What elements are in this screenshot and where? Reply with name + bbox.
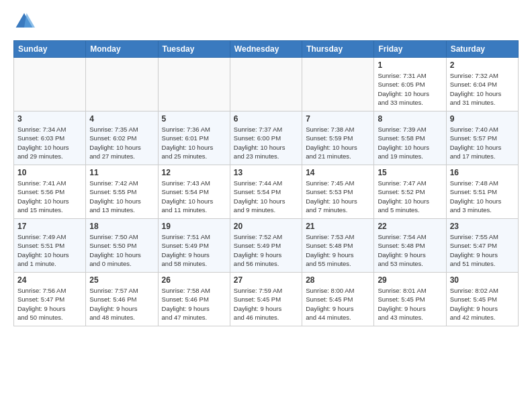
- calendar-cell: 8Sunrise: 7:39 AM Sunset: 5:58 PM Daylig…: [374, 111, 446, 165]
- calendar-cell: 21Sunrise: 7:53 AM Sunset: 5:48 PM Dayli…: [302, 219, 374, 273]
- calendar-header: SundayMondayTuesdayWednesdayThursdayFrid…: [14, 41, 519, 58]
- calendar-week-row: 17Sunrise: 7:49 AM Sunset: 5:51 PM Dayli…: [14, 219, 519, 273]
- calendar-cell: 4Sunrise: 7:35 AM Sunset: 6:02 PM Daylig…: [86, 111, 158, 165]
- day-number: 13: [234, 168, 298, 177]
- day-info: Sunrise: 7:31 AM Sunset: 6:05 PM Dayligh…: [378, 71, 442, 107]
- weekday-header: Sunday: [14, 41, 86, 58]
- day-info: Sunrise: 7:34 AM Sunset: 6:03 PM Dayligh…: [17, 125, 82, 161]
- calendar-cell: 17Sunrise: 7:49 AM Sunset: 5:51 PM Dayli…: [14, 219, 86, 273]
- day-number: 19: [162, 222, 226, 231]
- day-info: Sunrise: 7:52 AM Sunset: 5:49 PM Dayligh…: [234, 232, 298, 268]
- calendar-week-row: 1Sunrise: 7:31 AM Sunset: 6:05 PM Daylig…: [14, 58, 519, 111]
- day-info: Sunrise: 7:38 AM Sunset: 5:59 PM Dayligh…: [306, 125, 370, 161]
- day-number: 12: [162, 168, 226, 177]
- day-info: Sunrise: 7:54 AM Sunset: 5:48 PM Dayligh…: [378, 232, 442, 268]
- calendar-cell: 24Sunrise: 7:56 AM Sunset: 5:47 PM Dayli…: [14, 273, 86, 326]
- day-number: 6: [234, 114, 298, 124]
- calendar-cell: 11Sunrise: 7:42 AM Sunset: 5:55 PM Dayli…: [86, 165, 158, 219]
- day-info: Sunrise: 7:36 AM Sunset: 6:01 PM Dayligh…: [162, 125, 226, 161]
- page: SundayMondayTuesdayWednesdayThursdayFrid…: [0, 0, 532, 340]
- day-number: 16: [450, 168, 515, 177]
- header: [13, 11, 519, 32]
- day-info: Sunrise: 7:58 AM Sunset: 5:46 PM Dayligh…: [162, 286, 226, 322]
- day-number: 5: [162, 114, 226, 124]
- calendar-cell: [158, 58, 230, 111]
- day-number: 22: [378, 222, 442, 231]
- logo: [13, 11, 38, 32]
- calendar-cell: 16Sunrise: 7:48 AM Sunset: 5:51 PM Dayli…: [446, 165, 518, 219]
- calendar-cell: 2Sunrise: 7:32 AM Sunset: 6:04 PM Daylig…: [446, 58, 518, 111]
- calendar-cell: 18Sunrise: 7:50 AM Sunset: 5:50 PM Dayli…: [86, 219, 158, 273]
- day-number: 25: [89, 275, 154, 285]
- day-info: Sunrise: 7:43 AM Sunset: 5:54 PM Dayligh…: [162, 179, 226, 214]
- day-number: 24: [17, 275, 82, 285]
- weekday-header: Wednesday: [230, 41, 302, 58]
- day-number: 2: [450, 60, 515, 70]
- day-number: 8: [378, 114, 442, 124]
- calendar-cell: 6Sunrise: 7:37 AM Sunset: 6:00 PM Daylig…: [230, 111, 302, 165]
- calendar-week-row: 24Sunrise: 7:56 AM Sunset: 5:47 PM Dayli…: [14, 273, 519, 326]
- day-number: 3: [17, 114, 82, 124]
- calendar-cell: 20Sunrise: 7:52 AM Sunset: 5:49 PM Dayli…: [230, 219, 302, 273]
- day-info: Sunrise: 7:40 AM Sunset: 5:57 PM Dayligh…: [450, 125, 515, 161]
- day-info: Sunrise: 7:55 AM Sunset: 5:47 PM Dayligh…: [450, 232, 515, 268]
- weekday-header: Thursday: [302, 41, 374, 58]
- day-info: Sunrise: 7:50 AM Sunset: 5:50 PM Dayligh…: [89, 232, 154, 268]
- day-number: 9: [450, 114, 515, 124]
- calendar-cell: 23Sunrise: 7:55 AM Sunset: 5:47 PM Dayli…: [446, 219, 518, 273]
- day-number: 11: [89, 168, 154, 177]
- calendar-cell: [86, 58, 158, 111]
- day-number: 23: [450, 222, 515, 231]
- day-info: Sunrise: 7:35 AM Sunset: 6:02 PM Dayligh…: [89, 125, 154, 161]
- calendar-week-row: 10Sunrise: 7:41 AM Sunset: 5:56 PM Dayli…: [14, 165, 519, 219]
- day-info: Sunrise: 7:32 AM Sunset: 6:04 PM Dayligh…: [450, 71, 515, 107]
- day-info: Sunrise: 8:02 AM Sunset: 5:45 PM Dayligh…: [450, 286, 515, 322]
- calendar-cell: 14Sunrise: 7:45 AM Sunset: 5:53 PM Dayli…: [302, 165, 374, 219]
- day-info: Sunrise: 7:45 AM Sunset: 5:53 PM Dayligh…: [306, 179, 370, 214]
- day-number: 20: [234, 222, 298, 231]
- day-info: Sunrise: 7:49 AM Sunset: 5:51 PM Dayligh…: [17, 232, 82, 268]
- day-info: Sunrise: 7:48 AM Sunset: 5:51 PM Dayligh…: [450, 179, 515, 214]
- calendar-cell: 19Sunrise: 7:51 AM Sunset: 5:49 PM Dayli…: [158, 219, 230, 273]
- day-number: 15: [378, 168, 442, 177]
- day-number: 27: [234, 275, 298, 285]
- weekday-header: Saturday: [446, 41, 518, 58]
- calendar-body: 1Sunrise: 7:31 AM Sunset: 6:05 PM Daylig…: [14, 58, 519, 326]
- calendar-cell: 9Sunrise: 7:40 AM Sunset: 5:57 PM Daylig…: [446, 111, 518, 165]
- logo-icon: [13, 11, 35, 32]
- day-info: Sunrise: 7:57 AM Sunset: 5:46 PM Dayligh…: [89, 286, 154, 322]
- calendar-cell: 30Sunrise: 8:02 AM Sunset: 5:45 PM Dayli…: [446, 273, 518, 326]
- day-info: Sunrise: 8:00 AM Sunset: 5:45 PM Dayligh…: [306, 286, 370, 322]
- calendar-cell: 25Sunrise: 7:57 AM Sunset: 5:46 PM Dayli…: [86, 273, 158, 326]
- calendar-cell: [14, 58, 86, 111]
- day-info: Sunrise: 7:44 AM Sunset: 5:54 PM Dayligh…: [234, 179, 298, 214]
- weekday-row: SundayMondayTuesdayWednesdayThursdayFrid…: [14, 41, 519, 58]
- day-number: 7: [306, 114, 370, 124]
- calendar-cell: [302, 58, 374, 111]
- calendar-cell: 13Sunrise: 7:44 AM Sunset: 5:54 PM Dayli…: [230, 165, 302, 219]
- day-info: Sunrise: 7:42 AM Sunset: 5:55 PM Dayligh…: [89, 179, 154, 214]
- day-info: Sunrise: 7:41 AM Sunset: 5:56 PM Dayligh…: [17, 179, 82, 214]
- day-info: Sunrise: 7:53 AM Sunset: 5:48 PM Dayligh…: [306, 232, 370, 268]
- day-number: 14: [306, 168, 370, 177]
- day-info: Sunrise: 8:01 AM Sunset: 5:45 PM Dayligh…: [378, 286, 442, 322]
- day-info: Sunrise: 7:56 AM Sunset: 5:47 PM Dayligh…: [17, 286, 82, 322]
- calendar-cell: 29Sunrise: 8:01 AM Sunset: 5:45 PM Dayli…: [374, 273, 446, 326]
- day-info: Sunrise: 7:47 AM Sunset: 5:52 PM Dayligh…: [378, 179, 442, 214]
- calendar-cell: 1Sunrise: 7:31 AM Sunset: 6:05 PM Daylig…: [374, 58, 446, 111]
- calendar-cell: 10Sunrise: 7:41 AM Sunset: 5:56 PM Dayli…: [14, 165, 86, 219]
- weekday-header: Tuesday: [158, 41, 230, 58]
- day-number: 18: [89, 222, 154, 231]
- day-number: 1: [378, 60, 442, 70]
- calendar-cell: [230, 58, 302, 111]
- calendar-cell: 22Sunrise: 7:54 AM Sunset: 5:48 PM Dayli…: [374, 219, 446, 273]
- day-number: 21: [306, 222, 370, 231]
- day-number: 4: [89, 114, 154, 124]
- day-info: Sunrise: 7:39 AM Sunset: 5:58 PM Dayligh…: [378, 125, 442, 161]
- day-info: Sunrise: 7:51 AM Sunset: 5:49 PM Dayligh…: [162, 232, 226, 268]
- day-number: 30: [450, 275, 515, 285]
- calendar-cell: 3Sunrise: 7:34 AM Sunset: 6:03 PM Daylig…: [14, 111, 86, 165]
- calendar-cell: 7Sunrise: 7:38 AM Sunset: 5:59 PM Daylig…: [302, 111, 374, 165]
- calendar-week-row: 3Sunrise: 7:34 AM Sunset: 6:03 PM Daylig…: [14, 111, 519, 165]
- calendar-cell: 28Sunrise: 8:00 AM Sunset: 5:45 PM Dayli…: [302, 273, 374, 326]
